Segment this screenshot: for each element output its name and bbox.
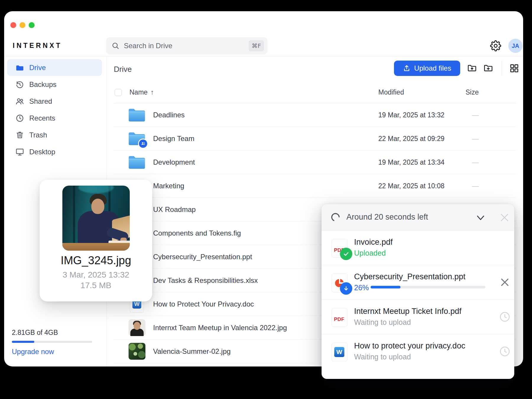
new-folder-icon[interactable]: [483, 63, 493, 73]
upload-progress-bar: [371, 286, 485, 288]
file-name: Development: [153, 158, 195, 166]
preview-date: 3 Mar, 2025 13:32: [40, 270, 152, 280]
upload-files-label: Upload files: [414, 64, 451, 72]
sidebar-item-label: Shared: [29, 97, 52, 106]
waiting-clock-icon: [499, 346, 511, 357]
upload-item: W How to protect your privacy.docWaiting…: [322, 334, 514, 369]
upload-status: Uploaded: [354, 249, 386, 257]
file-modified: 19 Mar, 2025 at 13:32: [378, 111, 445, 119]
file-name: Dev Tasks & Responsibilities.xlsx: [153, 276, 258, 285]
uploading-arrow-icon: [340, 282, 352, 295]
table-row[interactable]: Design Team 22 Mar, 2025 at 09:29 —: [114, 127, 516, 150]
column-header-size[interactable]: Size: [466, 88, 479, 96]
file-name: UX Roadmap: [153, 205, 196, 214]
file-modified: 22 Mar, 2025 at 10:08: [378, 182, 445, 190]
shared-folder-badge-icon: [139, 140, 147, 148]
close-panel-icon[interactable]: [499, 212, 510, 223]
upload-folder-icon[interactable]: [467, 63, 477, 73]
select-all-checkbox[interactable]: [115, 89, 122, 96]
upload-status: Waiting to upload: [354, 353, 411, 361]
upload-panel-header: Around 20 seconds left: [322, 204, 514, 231]
search-placeholder: Search in Drive: [124, 42, 249, 50]
uploaded-check-icon: [340, 248, 352, 260]
page-title: Drive: [114, 65, 132, 74]
sidebar-item-label: Desktop: [29, 148, 55, 156]
sidebar-item-desktop[interactable]: Desktop: [7, 143, 102, 160]
preview-photo: [62, 186, 130, 251]
desktop-icon: [15, 147, 24, 156]
chevron-down-icon[interactable]: [475, 213, 486, 223]
preview-size: 17.5 MB: [40, 281, 152, 290]
storage-progress-track: [12, 341, 92, 343]
table-row[interactable]: Deadlines 19 Mar, 2025 at 13:32 —: [114, 103, 516, 127]
recents-icon: [15, 114, 24, 123]
sidebar-item-trash[interactable]: Trash: [7, 126, 102, 143]
pdf-file-icon: PDF: [332, 239, 349, 257]
file-size: —: [472, 134, 479, 142]
upload-progress-panel: Around 20 seconds left PDF Invoice.pdfUp…: [322, 204, 514, 379]
file-name: Design Team: [153, 134, 194, 143]
pdf-file-icon: PDF: [332, 308, 349, 326]
file-name: Cybersecurity_Presentation.ppt: [153, 253, 252, 261]
table-row[interactable]: Development 19 Mar, 2025 at 13:34 —: [114, 150, 516, 174]
close-window-button[interactable]: [10, 22, 16, 28]
file-name: Internxt Team Meetup in Valencia 2022.jp…: [153, 324, 287, 332]
toolbar-divider: [502, 61, 502, 76]
sidebar-item-drive[interactable]: Drive: [7, 59, 102, 76]
upload-percent: 26%: [354, 283, 369, 292]
file-name: Marketing: [153, 182, 184, 190]
storage-widget: 2.81GB of 4GB Upgrade now: [12, 329, 98, 356]
file-size: —: [472, 158, 479, 166]
cancel-upload-icon[interactable]: [499, 276, 511, 288]
upload-item-name: Cybersecurity_Presentation.ppt: [354, 272, 466, 281]
upload-item-name: Internxt Meetup Ticket Info.pdf: [354, 307, 461, 316]
spinner-icon: [330, 212, 340, 222]
search-input[interactable]: Search in Drive ⌘F: [106, 37, 267, 54]
storage-usage-label: 2.81GB of 4GB: [12, 329, 98, 337]
search-shortcut-badge: ⌘F: [249, 40, 264, 51]
window-controls: [10, 22, 35, 28]
upload-time-remaining: Around 20 seconds left: [346, 213, 428, 222]
doc-file-icon: W: [332, 343, 349, 361]
shared-icon: [15, 97, 24, 106]
zoom-window-button[interactable]: [29, 22, 35, 28]
backups-icon: [15, 80, 24, 89]
trash-icon: [15, 131, 24, 140]
table-row[interactable]: Marketing 22 Mar, 2025 at 10:08 —: [114, 174, 516, 198]
upload-item: Cybersecurity_Presentation.ppt26%: [322, 265, 514, 300]
upload-icon: [403, 64, 411, 72]
column-header-modified[interactable]: Modified: [378, 88, 404, 96]
app-window: INTERNXT Search in Drive ⌘F JA Drive Bac…: [4, 11, 523, 366]
file-name: How to Protect Your Privacy.doc: [153, 300, 254, 308]
sort-arrow-icon: ↑: [150, 88, 154, 96]
settings-gear-icon[interactable]: [490, 40, 501, 51]
ppt-file-icon: [332, 273, 349, 292]
sidebar-item-backups[interactable]: Backups: [7, 76, 102, 93]
upload-status: Waiting to upload: [354, 318, 411, 327]
internxt-logo: INTERNXT: [13, 42, 62, 50]
upload-item-name: Invoice.pdf: [354, 238, 393, 247]
sidebar-item-label: Recents: [29, 114, 55, 122]
photo-plant-icon: [128, 343, 145, 360]
upload-files-button[interactable]: Upload files: [394, 61, 460, 76]
folder-icon: [128, 154, 145, 171]
file-modified: 22 Mar, 2025 at 09:29: [378, 134, 445, 142]
sidebar-item-label: Drive: [29, 64, 46, 72]
column-header-name[interactable]: Name↑: [129, 88, 154, 96]
sidebar-item-label: Trash: [29, 131, 47, 139]
upgrade-now-link[interactable]: Upgrade now: [12, 348, 98, 356]
sidebar-item-shared[interactable]: Shared: [7, 93, 102, 110]
upload-item: PDF Invoice.pdfUploaded: [322, 231, 514, 265]
file-size: —: [472, 182, 479, 190]
grid-view-icon[interactable]: [509, 63, 519, 73]
minimize-window-button[interactable]: [20, 22, 25, 28]
file-size: —: [472, 111, 479, 119]
file-preview-card: IMG_3245.jpg 3 Mar, 2025 13:32 17.5 MB: [40, 180, 152, 301]
account-avatar[interactable]: JA: [508, 39, 523, 53]
folder-icon: [128, 106, 145, 124]
sidebar-item-label: Backups: [29, 80, 56, 89]
file-name: Valencia-Summer-02.jpg: [153, 347, 231, 356]
upload-item-name: How to protect your privacy.doc: [354, 341, 465, 351]
sidebar-item-recents[interactable]: Recents: [7, 110, 102, 126]
table-header: Name↑ Modified Size: [114, 87, 516, 103]
